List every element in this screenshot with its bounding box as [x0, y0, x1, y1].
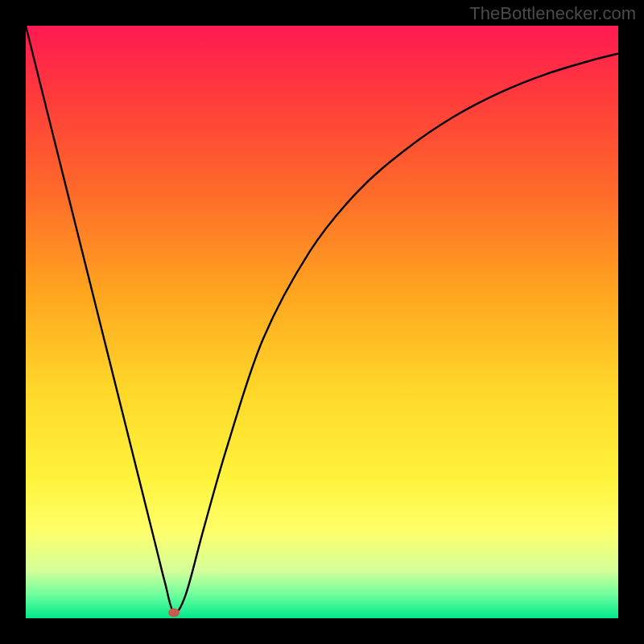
- watermark-text: TheBottlenecker.com: [469, 3, 636, 24]
- chart-frame: TheBottlenecker.com: [0, 0, 644, 644]
- plot-area: [26, 26, 618, 618]
- optimal-point-marker: [168, 608, 180, 617]
- bottleneck-curve: [26, 26, 618, 618]
